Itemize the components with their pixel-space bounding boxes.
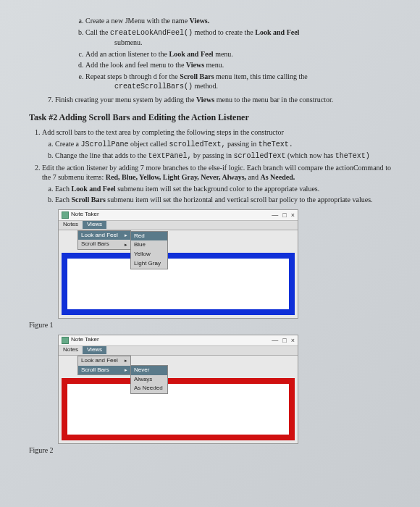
- label: Look and Feel: [81, 232, 118, 240]
- look-and-feel-flyout: Red Blue Yellow Light Gray: [130, 231, 168, 269]
- item-a: Create a new JMenu with the name Views.: [85, 16, 391, 26]
- submenu-look-and-feel[interactable]: Look and Feel ▸: [78, 231, 130, 240]
- c: scrolledText: [233, 152, 285, 160]
- maximize-button[interactable]: □: [282, 211, 286, 219]
- chevron-right-icon: ▸: [125, 366, 127, 373]
- minimize-button[interactable]: —: [272, 336, 278, 345]
- sb-as-needed[interactable]: As Needed: [131, 384, 167, 393]
- titlebar: Note Taker — □ ×: [59, 210, 298, 221]
- t2-2a: Each Look and Feel submenu item will set…: [55, 184, 391, 194]
- menubar: Notes Views: [59, 221, 298, 230]
- text: Repeat steps b through d for the: [85, 72, 178, 80]
- label: Scroll Bars: [81, 240, 109, 248]
- titlebar: Note Taker — □ ×: [59, 335, 298, 346]
- item-b: Call the createLookAndFeel() method to c…: [85, 28, 391, 48]
- t: object called: [130, 140, 167, 148]
- t: Each: [55, 185, 70, 193]
- text: method.: [195, 82, 219, 90]
- text: menu.: [215, 50, 233, 58]
- window-title: Note Taker: [71, 211, 99, 219]
- minimize-button[interactable]: —: [272, 211, 278, 219]
- t: Create a: [55, 140, 79, 148]
- submenu-look-and-feel[interactable]: Look and Feel ▸: [78, 356, 130, 366]
- text: menu to the menu bar in the constructor.: [217, 96, 334, 104]
- text: menu.: [206, 61, 224, 69]
- color-red[interactable]: Red: [131, 232, 167, 241]
- bold: Look and Feel: [169, 50, 214, 58]
- label: Scroll Bars: [81, 366, 109, 374]
- menubar: Notes Views: [59, 346, 298, 356]
- t: submenu item will set the horizontal and…: [107, 196, 372, 204]
- chevron-right-icon: ▸: [125, 232, 127, 238]
- bold: Look and Feel: [255, 28, 299, 36]
- chevron-right-icon: ▸: [125, 357, 127, 364]
- text-area-red[interactable]: [62, 378, 295, 440]
- bold: Scroll Bars: [180, 72, 214, 80]
- c: theText): [335, 152, 370, 160]
- window-title: Note Taker: [71, 336, 99, 344]
- maximize-button[interactable]: □: [282, 336, 286, 345]
- t2-item1: Add scroll bars to the text area by comp…: [42, 127, 391, 162]
- b: Scroll Bars: [72, 196, 106, 204]
- task2-list: Add scroll bars to the text area by comp…: [29, 127, 391, 205]
- t: Each: [55, 196, 70, 204]
- views-submenu: Look and Feel ▸ Scroll Bars ▸ Never Alwa…: [77, 356, 131, 376]
- views-submenu: Look and Feel ▸ Scroll Bars ▸ Red Blue Y…: [77, 230, 131, 251]
- top-sublist: Create a new JMenu with the name Views. …: [29, 16, 391, 104]
- app-icon: [62, 211, 69, 219]
- figure2-label: Figure 2: [29, 445, 391, 456]
- menu-notes[interactable]: Notes: [59, 221, 83, 229]
- text: method to create the: [194, 28, 253, 36]
- menu-views[interactable]: Views: [83, 346, 106, 354]
- color-yellow[interactable]: Yellow: [131, 250, 167, 259]
- content-area: [59, 250, 298, 318]
- c: theText.: [259, 141, 293, 148]
- submenu-scroll-bars[interactable]: Scroll Bars ▸: [78, 240, 130, 249]
- t: passing in: [227, 140, 256, 148]
- t: by passing in: [193, 151, 232, 159]
- text: Add the look and feel menu to the: [85, 61, 184, 69]
- text-area-blue[interactable]: [62, 253, 295, 315]
- text: Add an action listener to the: [85, 50, 167, 58]
- item-c: Add an action listener to the Look and F…: [85, 49, 391, 59]
- figure1-label: Figure 1: [29, 320, 391, 330]
- bold: Views: [196, 96, 214, 104]
- t: and: [248, 173, 259, 181]
- close-button[interactable]: ×: [291, 336, 295, 345]
- code: createLookAndFeel(): [110, 29, 193, 37]
- label: Look and Feel: [81, 357, 118, 365]
- figure2-window: Note Taker — □ × Notes Views Look and Fe…: [58, 335, 298, 445]
- menu-views[interactable]: Views: [83, 221, 106, 229]
- t: (which now has: [287, 151, 333, 159]
- item-e: Repeat steps b through d for the Scroll …: [85, 72, 391, 92]
- b: Red, Blue, Yellow, Light Gray, Never, Al…: [106, 173, 246, 181]
- item-7: Finish creating your menu system by addi…: [55, 95, 391, 105]
- c: textPanel,: [148, 152, 192, 160]
- text: Add scroll bars to the text area by comp…: [42, 128, 284, 136]
- t2-2b: Each Scroll Bars submenu item will set t…: [55, 195, 391, 205]
- text: Call the: [85, 28, 108, 36]
- c: JScrollPane: [81, 141, 129, 148]
- sb-always[interactable]: Always: [131, 375, 167, 385]
- app-icon: [62, 337, 69, 344]
- bold: Views: [186, 61, 204, 69]
- figure1-window: Note Taker — □ × Notes Views Look and Fe…: [58, 209, 298, 319]
- color-blue[interactable]: Blue: [131, 240, 167, 250]
- b: As Needed.: [261, 173, 295, 181]
- t2-1a: Create a JScrollPane object called scrol…: [55, 139, 391, 150]
- c: scrolledText,: [169, 141, 225, 148]
- b: Look and Feel: [72, 185, 116, 193]
- color-light-gray[interactable]: Light Gray: [131, 259, 167, 269]
- menu-notes[interactable]: Notes: [59, 346, 83, 354]
- text: menu item, this time calling the: [216, 72, 308, 80]
- bold: Views.: [190, 17, 210, 25]
- sb-never[interactable]: Never: [131, 366, 167, 375]
- text: Finish creating your menu system by addi…: [55, 96, 194, 104]
- submenu-scroll-bars[interactable]: Scroll Bars ▸: [78, 366, 130, 375]
- t2-item2: Edit the action listener by adding 7 mor…: [42, 163, 391, 205]
- t2-1b: Change the line that adds to the textPan…: [55, 151, 391, 162]
- sub: submenu.: [85, 38, 391, 48]
- text: Create a new JMenu with the name: [85, 17, 188, 25]
- close-button[interactable]: ×: [291, 211, 295, 219]
- code: createScrollBars(): [114, 83, 193, 91]
